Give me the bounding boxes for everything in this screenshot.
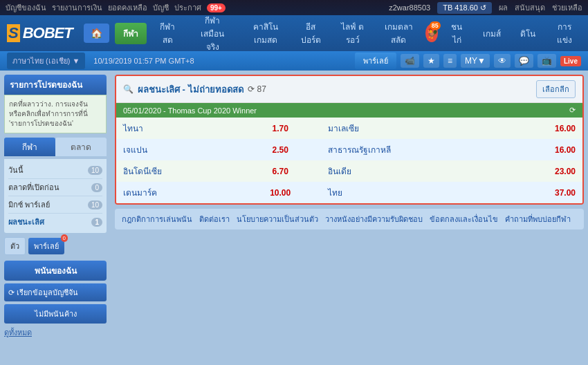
footer-link-privacy[interactable]: นโยบายความเป็นส่วนตัว — [237, 213, 318, 225]
bet-type-row: ตัว พาร์เลย์ 0 — [4, 237, 107, 255]
balance-link[interactable]: ยอดคงเหลือ — [108, 1, 147, 14]
nav-racing[interactable]: การแข่ง — [548, 16, 581, 50]
sidebar-row-early: ตลาดที่เปิดก่อน 0 — [8, 179, 102, 196]
balance-display: TB 418.60 ↺ — [437, 2, 492, 14]
team1-row3: อินโดนีเซีย — [116, 160, 239, 182]
team2-row1: มาเลเซีย — [321, 118, 502, 139]
team2-row2: สาธารณรัฐเกาหลี — [321, 139, 502, 160]
logo-text: BOBET — [23, 24, 73, 42]
nav-casino[interactable]: คาสิโนเกมสด — [242, 16, 288, 50]
sidebar-info: กดที่ผลาวว่าง. การแจงจัน หรือคลิกเพื่อทำ… — [4, 95, 107, 133]
odds1-row1: 1.70 — [239, 118, 320, 139]
sidebar-section: วันนี้ 10 ตลาดที่เปิดก่อน 0 มิกซ์ พาร์เล… — [4, 159, 107, 233]
results-label: ผลชนะเลิศ — [8, 216, 44, 228]
score-row2: 16.00 — [502, 139, 582, 160]
filter-league-btn[interactable]: เลือกลีก — [536, 80, 576, 98]
no-bet-btn[interactable]: ไม่มีพนันค้าง — [4, 304, 107, 324]
early-label: ตลาดที่เปิดก่อน — [8, 181, 59, 194]
datetime-display: 10/19/2019 01:57 PM GMT+8 — [93, 57, 194, 65]
home-button[interactable]: 🏠 — [84, 24, 109, 43]
sidebar-tabs: กีฬา ตลาด — [4, 138, 107, 156]
team1-row4: เดนมาร์ค — [116, 182, 239, 203]
tv-icon-btn[interactable]: 📺 — [538, 54, 556, 68]
sidebar: รายการโปรดของฉัน กดที่ผลาวว่าง. การแจงจั… — [0, 71, 111, 365]
help-link[interactable]: ช่วยเหลือ — [552, 1, 582, 14]
early-count: 0 — [91, 183, 102, 192]
content-area: 🔍 ผลชนะเลิศ - ไม่ถ่ายทอดสด ⟳ 87 เลือกลีก… — [111, 71, 588, 365]
sidebar-row-today: วันนี้ 10 — [8, 162, 102, 179]
grid-icon-btn[interactable]: ≡ — [443, 54, 457, 68]
sidebar-header: รายการโปรดของฉัน — [4, 75, 107, 95]
footer-link-rules[interactable]: กฎกติกาการเล่นพนัน — [122, 213, 192, 225]
score-row3: 23.00 — [502, 160, 582, 182]
nav-game[interactable]: เกมตลาสลัด — [377, 16, 420, 50]
parlay-button[interactable]: พาร์เลย์ — [355, 53, 396, 69]
today-count: 10 — [88, 166, 102, 175]
main-layout: รายการโปรดของฉัน กดที่ผลาวว่าง. การแจงจั… — [0, 71, 588, 365]
table-row: ไทนา 1.70 มาเลเซีย 16.00 — [116, 118, 582, 139]
sub-nav: ภาษาไทย (เอเชีย) ▼ 10/19/2019 01:57 PM G… — [0, 51, 588, 71]
mix-label: มิกซ์ พาร์เลย์ — [8, 198, 50, 211]
today-label: วันนี้ — [8, 164, 24, 176]
support-link[interactable]: สนับสนุด — [515, 1, 545, 14]
finance-link[interactable]: รายงานการเงิน — [52, 1, 102, 14]
event-refresh-icon: ⟳ — [569, 106, 576, 115]
table-row: เจแปน 2.50 สาธารณรัฐเกาหลี 16.00 — [116, 139, 582, 160]
footer-link-responsible[interactable]: วางหนังอย่างมีความรับผิดชอบ — [325, 213, 423, 225]
search-icon: 🔍 — [123, 84, 134, 94]
sidebar-row-mix: มิกซ์ พาร์เลย์ 10 — [8, 196, 102, 214]
nav-cockfight[interactable]: ชนไก่ — [443, 16, 470, 50]
eye-icon-btn[interactable]: 👁 — [494, 54, 511, 68]
team2-row4: ไทย — [321, 182, 502, 203]
logo-s: S — [7, 24, 20, 42]
chat-icon-btn[interactable]: 💬 — [515, 54, 533, 68]
results-header-left: 🔍 ผลชนะเลิศ - ไม่ถ่ายทอดสด ⟳ 87 — [123, 82, 266, 97]
video-icon-btn[interactable]: 📹 — [401, 54, 419, 68]
single-bet-btn[interactable]: ตัว — [4, 237, 26, 255]
account-link[interactable]: บัญชีของฉัน — [6, 1, 46, 14]
all-bets-btn[interactable]: ดูทั้งหมด — [4, 326, 32, 339]
mix-count: 10 — [88, 200, 102, 209]
footer: กฎกติกาการเล่นพนัน ติดต่อเรา นโยบายความเ… — [115, 209, 584, 230]
results-title: ผลชนะเลิศ - ไม่ถ่ายทอดสด — [138, 82, 244, 97]
table-row: เดนมาร์ค 10.00 ไทย 37.00 — [116, 182, 582, 203]
my-btn[interactable]: MY▼ — [461, 54, 490, 68]
team1-row2: เจแปน — [116, 139, 239, 160]
sidebar-row-results[interactable]: ผลชนะเลิศ 1 — [8, 214, 102, 230]
team1-row1: ไทนา — [116, 118, 239, 139]
results-count: ⟳ 87 — [248, 84, 266, 94]
footer-link-terms[interactable]: ข้อตกลงและเงื่อนไข — [430, 213, 498, 225]
sidebar-tab-market[interactable]: ตลาด — [55, 138, 107, 156]
refresh-icon: ⟳ — [248, 84, 255, 94]
nav-games[interactable]: เกมส์ — [476, 23, 508, 44]
score-row1: 16.00 — [502, 118, 582, 139]
account-name: z2war88503 — [389, 3, 430, 12]
nav-livedraw[interactable]: ไลฟ์ ตรอว์ — [333, 16, 372, 50]
table-row: อินโดนีเซีย 6.70 อินเดีย 23.00 — [116, 160, 582, 182]
sub-nav-right: พาร์เลย์ 📹 ★ ≡ MY▼ 👁 💬 📺 Live — [355, 53, 581, 69]
nav-dino[interactable]: ดิโน — [513, 23, 542, 44]
team2-row3: อินเดีย — [321, 160, 502, 182]
results-table: ไทนา 1.70 มาเลเซีย 16.00 เจแปน 2.50 สาธา… — [116, 118, 582, 203]
account2-link[interactable]: บัญชี — [153, 1, 169, 14]
nav-virtual[interactable]: กีฬาเสมือนจริง — [188, 10, 237, 57]
nav-sports[interactable]: กีฬา — [115, 23, 147, 44]
language-selector[interactable]: ภาษาไทย (เอเชีย) ▼ — [7, 53, 85, 69]
notification-bell[interactable]: 🐓 85 — [425, 24, 437, 42]
nav-live-sports[interactable]: กีฬาสด — [152, 16, 183, 50]
notification-count: 85 — [430, 21, 441, 30]
result-link[interactable]: ผล — [499, 1, 508, 14]
star-icon-btn[interactable]: ★ — [423, 54, 439, 68]
results-panel: 🔍 ผลชนะเลิศ - ไม่ถ่ายทอดสด ⟳ 87 เลือกลีก… — [115, 75, 584, 205]
footer-link-contact[interactable]: ติดต่อเรา — [199, 213, 230, 225]
logo: S BOBET — [7, 24, 73, 42]
top-bar: บัญชีของฉัน รายงานการเงิน ยอดคงเหลือ บัญ… — [0, 0, 588, 15]
parlay-side-count: 0 — [61, 234, 68, 242]
score-row4: 37.00 — [502, 182, 582, 203]
parlay-side-btn[interactable]: พาร์เลย์ 0 — [28, 238, 64, 254]
nav-esports[interactable]: อีสปอร์ต — [294, 16, 328, 50]
footer-link-faq[interactable]: คำถามที่พบบ่อยกีฬา — [505, 213, 571, 225]
sidebar-tab-sports[interactable]: กีฬา — [4, 138, 55, 156]
wallet-header: พนันของฉัน — [4, 261, 107, 281]
wallet-refresh-btn[interactable]: ⟳ เรียกข้อมูลบัญชีจัน — [4, 283, 107, 301]
